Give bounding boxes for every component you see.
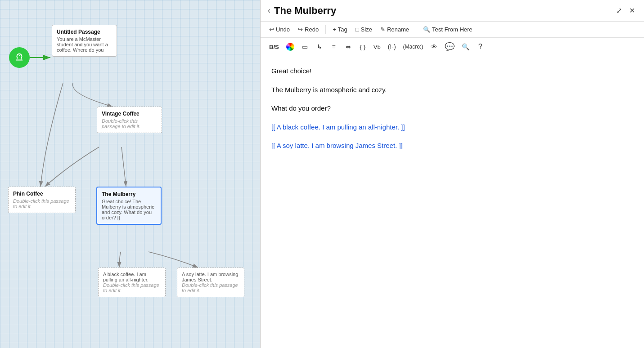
search-button[interactable]: 🔍	[459, 41, 473, 52]
node-title: Vintage Coffee	[102, 111, 157, 117]
size-icon: □	[356, 26, 359, 33]
test-label: Test From Here	[432, 26, 473, 33]
divider	[416, 25, 416, 34]
editor-title-left: ‹ The Mulberry	[268, 5, 336, 17]
rainbow-icon	[286, 43, 294, 51]
node-subtext: Double-click this passage to edit it.	[103, 282, 161, 293]
link1-text: [[ A black coffee. I am pulling an all-n…	[271, 123, 405, 131]
canvas[interactable]: Untitled Passage You are a McMaster stud…	[0, 0, 260, 348]
node-title: Phin Coffee	[13, 191, 71, 197]
passage-node-phin[interactable]: Phin Coffee Double-click this passage to…	[8, 187, 76, 213]
node-body: Double-click this passage to edit it.	[102, 118, 157, 129]
editor-toolbar-row1: ↩ Undo ↪ Redo + Tag □ Size ✎ Rename 🔍 Te…	[261, 22, 644, 38]
passage-node-untitled[interactable]: Untitled Passage You are a McMaster stud…	[52, 25, 117, 57]
editor-content[interactable]: Great choice! The Mulberry is atmospheri…	[261, 56, 644, 348]
content-line1: Great choice!	[271, 65, 633, 77]
node-body: A soy latte. I am browsing James Street.	[182, 272, 239, 282]
undo-icon: ↩	[269, 26, 274, 33]
content-link1[interactable]: [[ A black coffee. I am pulling an all-n…	[271, 121, 633, 133]
collapse-icon[interactable]: ‹	[268, 6, 270, 15]
comment-button[interactable]: 💬	[441, 40, 458, 54]
editor-panel: ‹ The Mulberry ⤢ ✕ ↩ Undo ↪ Redo + Tag □…	[260, 0, 644, 348]
content-line3: What do you order?	[271, 103, 633, 114]
node-body: Great choice! The Mulberry is atmospheri…	[102, 199, 156, 220]
link2-text: [[ A soy latte. I am browsing James Stre…	[271, 142, 403, 149]
passage-node-mulberry[interactable]: The Mulberry Great choice! The Mulberry …	[96, 187, 162, 225]
tag-label: Tag	[338, 26, 347, 33]
box-button[interactable]: ▭	[298, 41, 312, 52]
curly-braces-button[interactable]: { }	[356, 42, 369, 52]
rename-button[interactable]: ✎ Rename	[377, 24, 412, 35]
undo-button[interactable]: ↩ Undo	[266, 24, 293, 35]
expand-button[interactable]: ⤢	[614, 4, 624, 17]
align-right-button[interactable]: ↳	[313, 41, 326, 52]
editor-title-actions: ⤢ ✕	[614, 4, 637, 17]
vb-button[interactable]: Vb	[370, 42, 384, 52]
node-title: Untitled Passage	[57, 29, 112, 35]
redo-button[interactable]: ↪ Redo	[295, 24, 322, 35]
color-button[interactable]	[283, 41, 297, 53]
node-title: The Mulberry	[102, 191, 156, 197]
test-icon: 🔍	[423, 26, 430, 33]
editor-titlebar: ‹ The Mulberry ⤢ ✕	[261, 0, 644, 22]
tag-button[interactable]: + Tag	[329, 24, 351, 35]
node-body: A black coffee. I am pulling an all-nigh…	[103, 272, 161, 282]
content-line2: The Mulberry is atmospheric and cozy.	[271, 84, 633, 96]
preview-button[interactable]: 👁	[427, 41, 441, 52]
help-button[interactable]: ?	[473, 41, 487, 53]
node-subtext: Double-click this passage to edit it.	[182, 282, 239, 293]
list-button[interactable]: ≡	[327, 41, 341, 52]
passage-node-vintage[interactable]: Vintage Coffee Double-click this passage…	[97, 107, 162, 133]
test-from-here-button[interactable]: 🔍 Test From Here	[420, 24, 476, 35]
node-body: Double-click this passage to edit it.	[13, 198, 71, 209]
undo-label: Undo	[276, 26, 290, 33]
size-label: Size	[361, 26, 372, 33]
macro-button[interactable]: (Macro:)	[400, 42, 427, 52]
start-node[interactable]	[9, 47, 30, 68]
tag-icon: +	[333, 26, 336, 33]
size-button[interactable]: □ Size	[352, 24, 375, 35]
editor-toolbar-row2: B/S ▭ ↳ ≡ ⇔ { } Vb (!-) (Macro:) 👁 💬 🔍 ?	[261, 38, 644, 56]
redo-icon: ↪	[298, 26, 303, 33]
content-link2[interactable]: [[ A soy latte. I am browsing James Stre…	[271, 140, 633, 152]
node-body: You are a McMaster student and you want …	[57, 36, 112, 53]
editor-title: The Mulberry	[274, 5, 336, 17]
macro-marker-button[interactable]: (!-)	[385, 41, 399, 52]
passage-node-black[interactable]: A black coffee. I am pulling an all-nigh…	[98, 268, 166, 297]
bold-strikethrough-button[interactable]: B/S	[266, 42, 282, 52]
rename-label: Rename	[387, 26, 409, 33]
redo-label: Redo	[305, 26, 319, 33]
align-center-button[interactable]: ⇔	[342, 41, 355, 52]
close-button[interactable]: ✕	[627, 4, 637, 17]
rename-icon: ✎	[380, 26, 385, 33]
divider	[325, 25, 326, 34]
passage-node-soy[interactable]: A soy latte. I am browsing James Street.…	[177, 268, 244, 297]
